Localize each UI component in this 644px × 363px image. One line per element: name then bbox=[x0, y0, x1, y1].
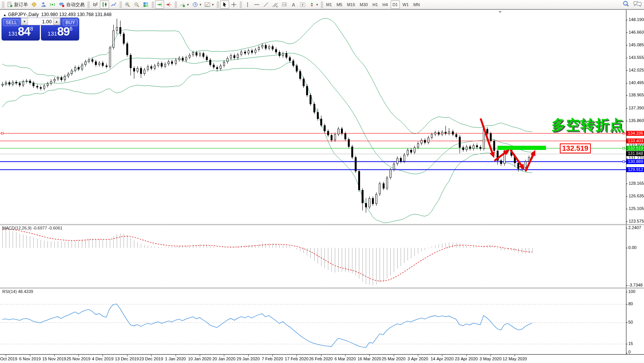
line-chart-mode-button[interactable] bbox=[109, 0, 118, 9]
toolbar-grip bbox=[119, 1, 122, 8]
chat-icon[interactable] bbox=[633, 0, 642, 9]
cursor-icon bbox=[222, 2, 228, 8]
timeframe-button-h4[interactable]: H4 bbox=[381, 0, 390, 9]
rsi-indicator-label: RSI(14) 48.4339 bbox=[2, 289, 33, 294]
text-icon: A bbox=[291, 2, 296, 8]
timeframe-button-m30[interactable]: M30 bbox=[358, 0, 370, 9]
arrows-dropdown-caret[interactable]: ▾ bbox=[316, 3, 318, 7]
macd-indicator-label: MACD(12,26,9) -0.6977 -0.6061 bbox=[2, 226, 62, 230]
label-tool[interactable]: T bbox=[298, 0, 307, 9]
timeframe-button-mn[interactable]: MN bbox=[411, 0, 422, 9]
price-tag-label: 132.519 bbox=[560, 143, 591, 153]
template-icon bbox=[204, 2, 210, 8]
auto-scroll-button[interactable] bbox=[155, 0, 164, 9]
autotrading-button[interactable]: 自动交易 bbox=[57, 0, 86, 9]
toolbar-grip bbox=[174, 1, 177, 8]
candlestick-mode-button[interactable] bbox=[100, 0, 109, 9]
price-axis-chip-132.519: 132.519 bbox=[626, 146, 644, 151]
line-chart-icon bbox=[111, 2, 117, 8]
chart-window-button[interactable] bbox=[29, 0, 39, 9]
fibonacci-icon: F bbox=[281, 2, 287, 8]
sell-price: 131848 bbox=[2, 25, 39, 39]
horizontal-line-icon bbox=[254, 2, 260, 8]
ohlc-values: 130.980 132.493 130.768 131.848 bbox=[41, 12, 112, 17]
arrows-tool[interactable]: ▾ bbox=[307, 0, 320, 9]
trendline-tool[interactable] bbox=[261, 0, 271, 9]
timeframes-button[interactable]: ▾ bbox=[191, 0, 203, 9]
signals-button[interactable] bbox=[48, 0, 57, 9]
volume-stepper: ▼ ▲ bbox=[21, 18, 60, 25]
price-chart-canvas[interactable] bbox=[0, 10, 644, 363]
indicators-icon bbox=[179, 2, 186, 8]
volume-input[interactable] bbox=[28, 18, 53, 25]
zoom-out-icon bbox=[134, 2, 140, 8]
new-order-icon bbox=[7, 2, 13, 8]
zoom-in-icon bbox=[124, 2, 130, 8]
templates-button[interactable]: ▾ bbox=[203, 0, 215, 9]
clock-icon bbox=[192, 2, 198, 8]
price-axis-chip-133.403: 133.403 bbox=[626, 138, 644, 143]
toolbar-grip bbox=[87, 1, 90, 8]
timeframe-button-d1[interactable]: D1 bbox=[391, 0, 400, 9]
volume-decrease-button[interactable]: ▼ bbox=[21, 18, 28, 25]
chart-window: ▲GBPJPY-,Daily 130.980 132.493 130.768 1… bbox=[0, 10, 644, 363]
timeframe-button-h1[interactable]: H1 bbox=[371, 0, 380, 9]
timeframe-button-m5[interactable]: M5 bbox=[334, 0, 344, 9]
chart-window-icon bbox=[31, 2, 37, 8]
zoom-out-button[interactable] bbox=[132, 0, 141, 9]
collapse-panel-icon[interactable]: ▲ bbox=[3, 13, 7, 17]
cursor-tool-button[interactable] bbox=[220, 0, 229, 9]
market-watch-icon bbox=[40, 2, 46, 8]
svg-text:E: E bbox=[276, 5, 278, 8]
vertical-line-tool[interactable] bbox=[243, 0, 252, 9]
text-tool[interactable]: A bbox=[289, 0, 298, 9]
toolbar-grip bbox=[2, 1, 4, 8]
timeframes-dropdown-caret[interactable]: ▾ bbox=[200, 3, 202, 7]
tile-windows-button[interactable] bbox=[141, 0, 150, 9]
search-icon[interactable] bbox=[623, 0, 629, 9]
volume-increase-button[interactable]: ▲ bbox=[53, 18, 60, 25]
arrows-icon bbox=[309, 2, 315, 8]
timeframe-button-m1[interactable]: M1 bbox=[324, 0, 334, 9]
chart-annotation-text: 多空转折点 bbox=[551, 116, 624, 135]
one-click-trading-panel: SELL 131848 BUY 131896 ▼ ▲ bbox=[2, 18, 80, 41]
buy-price: 131896 bbox=[41, 25, 79, 39]
new-order-button[interactable]: 新订单 bbox=[5, 0, 29, 9]
channel-tool[interactable]: E bbox=[271, 0, 280, 9]
toolbar-grip bbox=[240, 1, 242, 8]
price-axis-chip-130.889: 130.889 bbox=[626, 159, 644, 164]
autotrading-icon bbox=[59, 2, 65, 8]
price-axis-chip-129.912: 129.912 bbox=[626, 167, 644, 172]
autotrading-label: 自动交易 bbox=[66, 2, 85, 8]
timeframe-button-m15[interactable]: M15 bbox=[345, 0, 357, 9]
label-icon: T bbox=[300, 2, 306, 8]
svg-text:F: F bbox=[285, 3, 287, 6]
chart-shift-button[interactable] bbox=[164, 0, 173, 9]
toolbar-grip bbox=[321, 1, 323, 8]
chart-shift-icon bbox=[166, 2, 172, 8]
vertical-line-icon bbox=[245, 2, 250, 8]
indicators-dropdown-caret[interactable]: ▾ bbox=[187, 3, 189, 7]
price-axis-chip-131.848: 131.848 bbox=[626, 151, 644, 156]
horizontal-line-tool[interactable] bbox=[252, 0, 261, 9]
market-watch-button[interactable] bbox=[39, 0, 48, 9]
mt4-window: 新订单 自动交易 bbox=[0, 0, 644, 363]
toolbar-grip bbox=[152, 1, 154, 8]
crosshair-tool-button[interactable] bbox=[229, 0, 238, 9]
zoom-in-button[interactable] bbox=[123, 0, 132, 9]
bar-chart-icon bbox=[92, 2, 98, 8]
toolbar-right-icons bbox=[623, 0, 642, 9]
main-toolbar: 新订单 自动交易 bbox=[0, 0, 644, 10]
templates-dropdown-caret[interactable]: ▾ bbox=[212, 3, 214, 7]
tile-windows-icon bbox=[143, 2, 149, 8]
channel-icon: E bbox=[272, 2, 278, 8]
timeframe-button-w1[interactable]: W1 bbox=[401, 0, 411, 9]
new-order-label: 新订单 bbox=[14, 2, 28, 8]
svg-text:A: A bbox=[292, 2, 295, 8]
svg-text:T: T bbox=[302, 3, 304, 7]
indicators-button[interactable]: ▾ bbox=[178, 0, 191, 9]
price-axis-chip-134.335: 134.335 bbox=[626, 131, 644, 136]
trendline-icon bbox=[263, 2, 269, 8]
fibonacci-tool[interactable]: F bbox=[280, 0, 289, 9]
bar-chart-mode-button[interactable] bbox=[91, 0, 100, 9]
